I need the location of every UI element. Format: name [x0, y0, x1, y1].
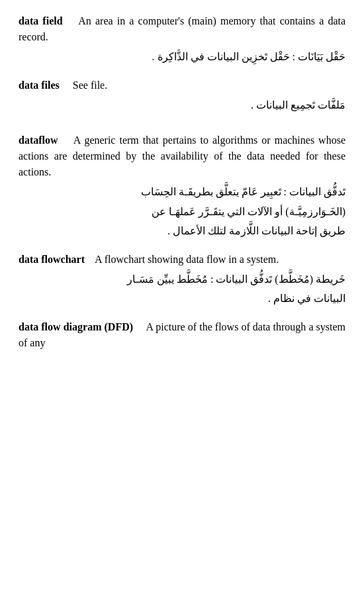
entry-data-field: data field An area in a computer's (main…: [19, 13, 345, 66]
spacer-1: [19, 126, 345, 132]
entry-data-flowchart-arabic-1: خَريطة (مُخَطَّط) تَدفُّق البيانات : مُخ…: [19, 270, 345, 288]
entry-dataflow-arabic-3: طريق إتاحة البيانات اللَّازمة لتلك الأعم…: [19, 222, 345, 240]
entry-data-files-space: [62, 79, 70, 91]
entry-data-flow-diagram: data flow diagram (DFD) A picture of the…: [19, 319, 345, 351]
entry-dataflow-english: dataflow A generic term that pertains to…: [19, 132, 345, 180]
entry-data-flow-diagram-space: [136, 321, 144, 332]
entry-data-flow-diagram-english: data flow diagram (DFD) A picture of the…: [19, 319, 345, 351]
entry-dataflow-arabic-1: تَدفُّق البيانات : تَعبِير عَامّ يتعلَّق…: [19, 183, 345, 201]
entry-data-flowchart-english: data flowchart A flowchart showing data …: [19, 252, 345, 268]
entry-data-flowchart-def: A flowchart showing data flow in a syste…: [95, 254, 279, 265]
entry-dataflow: dataflow A generic term that pertains to…: [19, 132, 345, 240]
entry-data-files-def: See file.: [73, 79, 107, 91]
entry-data-flowchart-space: [87, 254, 93, 265]
entry-data-files-title: data files: [19, 79, 60, 91]
entry-data-field-english: data field An area in a computer's (main…: [19, 13, 345, 45]
entry-data-flowchart-arabic-2: البيانات في نظام .: [19, 289, 345, 307]
page-content: data field An area in a computer's (main…: [19, 13, 345, 351]
entry-data-flowchart-title: data flowchart: [19, 254, 85, 265]
entry-data-files-english: data files See file.: [19, 77, 345, 93]
entry-data-flow-diagram-title: data flow diagram (DFD): [19, 321, 133, 332]
entry-data-files-arabic: مَلفَّات تَجمِيع البيانات .: [19, 96, 345, 114]
entry-data-field-arabic: حَقْل بَيَانَات : حَقْل تَخزِين البيانات…: [19, 48, 345, 66]
entry-dataflow-arabic-2: (الخَـوَارزمِيَّـة) أو الآلات التي يتقَـ…: [19, 203, 345, 221]
entry-data-flowchart: data flowchart A flowchart showing data …: [19, 252, 345, 307]
entry-data-field-title: data field: [19, 15, 63, 26]
entry-dataflow-title: dataflow: [19, 134, 58, 146]
entry-data-field-space: [67, 15, 75, 26]
entry-dataflow-space: [62, 134, 70, 146]
entry-data-files: data files See file. مَلفَّات تَجمِيع ال…: [19, 77, 345, 114]
